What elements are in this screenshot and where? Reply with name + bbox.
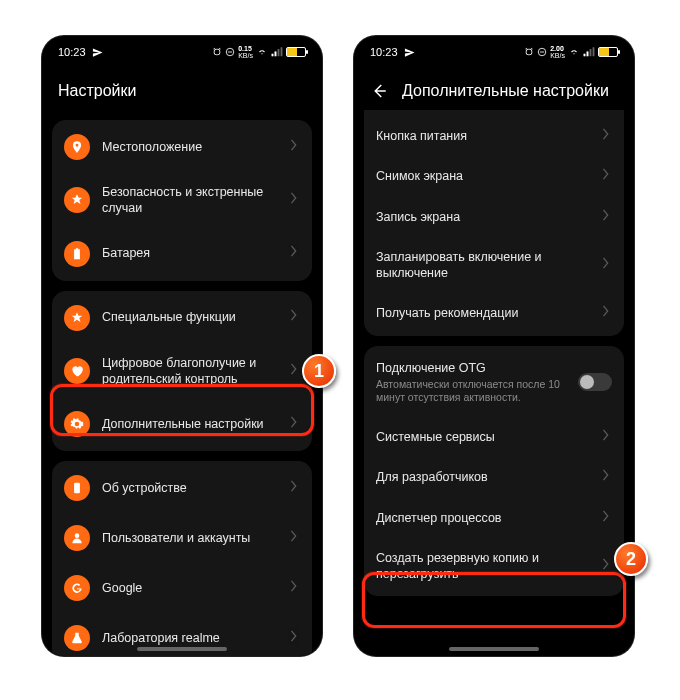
star-icon	[64, 305, 90, 331]
row-schedule-power[interactable]: Запланировать включение и выключение	[364, 237, 624, 294]
home-indicator[interactable]	[137, 647, 227, 651]
status-bar: 10:23 0.15KB/s	[42, 36, 322, 68]
row-process-manager[interactable]: Диспетчер процессов	[364, 498, 624, 538]
chevron-right-icon	[290, 630, 300, 646]
row-system-services[interactable]: Системные сервисы	[364, 417, 624, 457]
row-screenshot[interactable]: Снимок экрана	[364, 156, 624, 196]
chevron-right-icon	[602, 305, 612, 321]
status-time: 10:23	[370, 46, 398, 58]
chevron-right-icon	[290, 192, 300, 208]
home-indicator[interactable]	[449, 647, 539, 651]
dnd-icon	[225, 47, 235, 57]
back-icon[interactable]	[370, 82, 388, 100]
group-2: Специальные функции Цифровое благополучи…	[52, 291, 312, 452]
chevron-right-icon	[602, 168, 612, 184]
chevron-right-icon	[290, 580, 300, 596]
svg-point-2	[75, 533, 80, 538]
chevron-right-icon	[602, 510, 612, 526]
battery-row-icon	[64, 241, 90, 267]
alarm-icon	[212, 47, 222, 57]
settings-list[interactable]: Кнопка питания Снимок экрана Запись экра…	[354, 110, 634, 610]
phone-right: 10:23 2.00KB/s Дополнительные настройки …	[354, 36, 634, 656]
row-battery[interactable]: Батарея	[52, 229, 312, 279]
phone-icon	[64, 475, 90, 501]
row-google[interactable]: Google	[52, 563, 312, 613]
chevron-right-icon	[290, 245, 300, 261]
chevron-right-icon	[602, 209, 612, 225]
group-top: Кнопка питания Снимок экрана Запись экра…	[364, 110, 624, 336]
chevron-right-icon	[602, 429, 612, 445]
row-special[interactable]: Специальные функции	[52, 293, 312, 343]
chevron-right-icon	[290, 416, 300, 432]
page-title: Настройки	[58, 82, 136, 100]
row-users[interactable]: Пользователи и аккаунты	[52, 513, 312, 563]
group-3: Об устройстве Пользователи и аккаунты Go…	[52, 461, 312, 656]
settings-list[interactable]: Местоположение Безопасность и экстренные…	[42, 120, 322, 656]
chevron-right-icon	[602, 128, 612, 144]
battery-icon	[598, 47, 618, 57]
group-1: Местоположение Безопасность и экстренные…	[52, 120, 312, 281]
chevron-right-icon	[290, 139, 300, 155]
row-developer[interactable]: Для разработчиков	[364, 457, 624, 497]
status-bar: 10:23 2.00KB/s	[354, 36, 634, 68]
chevron-right-icon	[290, 530, 300, 546]
otg-toggle[interactable]	[578, 373, 612, 391]
chevron-right-icon	[290, 363, 300, 379]
row-about[interactable]: Об устройстве	[52, 463, 312, 513]
status-time: 10:23	[58, 46, 86, 58]
row-wellbeing[interactable]: Цифровое благополучие и родительский кон…	[52, 343, 312, 400]
chevron-right-icon	[602, 257, 612, 273]
send-icon	[404, 47, 415, 58]
location-icon	[64, 134, 90, 160]
header: Настройки	[42, 68, 322, 110]
row-security[interactable]: Безопасность и экстренные случаи	[52, 172, 312, 229]
wifi-icon	[256, 47, 268, 57]
step-badge-1: 1	[302, 354, 336, 388]
chevron-right-icon	[290, 480, 300, 496]
phone-left: 10:23 0.15KB/s Настройки Местоположение …	[42, 36, 322, 656]
chevron-right-icon	[602, 469, 612, 485]
row-power-button[interactable]: Кнопка питания	[364, 116, 624, 156]
page-title: Дополнительные настройки	[402, 82, 609, 100]
row-recommendations[interactable]: Получать рекомендации	[364, 293, 624, 333]
row-backup-restart[interactable]: Создать резервную копию и перезагрузить	[364, 538, 624, 595]
header: Дополнительные настройки	[354, 68, 634, 110]
row-additional-settings[interactable]: Дополнительные настройки	[52, 399, 312, 449]
battery-icon	[286, 47, 306, 57]
user-icon	[64, 525, 90, 551]
chevron-right-icon	[602, 558, 612, 574]
dnd-icon	[537, 47, 547, 57]
gear-icon	[64, 411, 90, 437]
google-icon	[64, 575, 90, 601]
signal-icon	[583, 47, 595, 57]
chevron-right-icon	[290, 309, 300, 325]
svg-rect-1	[74, 483, 80, 494]
flask-icon	[64, 625, 90, 651]
row-screen-record[interactable]: Запись экрана	[364, 197, 624, 237]
signal-icon	[271, 47, 283, 57]
emergency-icon	[64, 187, 90, 213]
row-otg[interactable]: Подключение OTG Автоматически отключаетс…	[364, 348, 624, 418]
send-icon	[92, 47, 103, 58]
heart-icon	[64, 358, 90, 384]
step-badge-2: 2	[614, 542, 648, 576]
alarm-icon	[524, 47, 534, 57]
wifi-icon	[568, 47, 580, 57]
group-bottom: Подключение OTG Автоматически отключаетс…	[364, 346, 624, 597]
row-location[interactable]: Местоположение	[52, 122, 312, 172]
